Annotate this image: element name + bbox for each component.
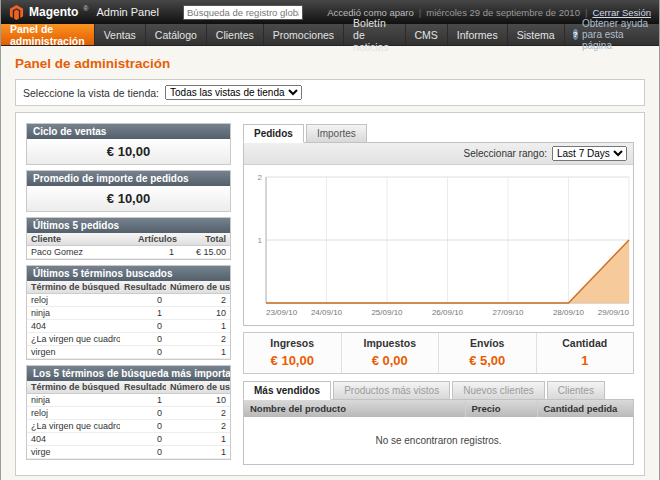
svg-text:27/09/10: 27/09/10 <box>492 308 524 317</box>
search-term-row[interactable]: ninja 1 10 <box>27 394 230 407</box>
help-icon: ? <box>573 29 578 40</box>
nav-catalogo[interactable]: Catálogo <box>146 24 207 45</box>
svg-text:29/09/10: 29/09/10 <box>598 308 630 317</box>
col-cliente: Cliente <box>27 233 134 246</box>
separator: | <box>419 7 421 18</box>
average-orders-box: Promedio de importe de pedidos € 10,00 <box>26 170 231 212</box>
help-link[interactable]: ? Obtener ayuda para esta página <box>565 24 659 45</box>
nav-informes[interactable]: Informes <box>448 24 508 45</box>
page-title: Panel de administración <box>15 56 645 71</box>
last-search-terms-table: Término de búsqueda Resultados Número de… <box>27 281 230 359</box>
current-date: miércoles 29 de septiembre de 2010 <box>426 7 580 18</box>
nav-boletin[interactable]: Boletín de noticias <box>344 24 405 45</box>
logo-subtitle: Admin Panel <box>97 6 159 18</box>
separator: | <box>585 7 587 18</box>
nav-ventas[interactable]: Ventas <box>95 24 146 45</box>
search-term-row[interactable]: 404 0 1 <box>27 320 230 333</box>
svg-text:28/09/10: 28/09/10 <box>553 308 585 317</box>
col-num-usos: Número de usos <box>166 281 230 294</box>
total-cantidad: Cantidad 1 <box>537 333 634 373</box>
col-cantidad-pedida: Cantidad pedida <box>537 400 633 417</box>
empty-row: No se encontraron registros. <box>244 417 633 464</box>
search-term-row[interactable]: reloj 0 2 <box>27 294 230 307</box>
svg-text:26/09/10: 26/09/10 <box>432 308 464 317</box>
last-orders-table: Cliente Artículos Total Paco Gomez 1 € 1… <box>27 233 230 259</box>
col-precio: Precio <box>465 400 537 417</box>
col-termino: Término de búsqueda <box>27 281 120 294</box>
chart-panel: Seleccionar rango: Last 7 Days 1223/09/1… <box>243 142 634 326</box>
dashboard-left-column: Ciclo de ventas € 10,00 Promedio de impo… <box>26 123 231 465</box>
average-orders-value: € 10,00 <box>27 186 230 211</box>
col-articulos: Artículos <box>134 233 178 246</box>
col-total: Total <box>178 233 230 246</box>
search-term-row[interactable]: 404 0 1 <box>27 433 230 446</box>
total-envios: Envíos € 5,00 <box>439 333 537 373</box>
logo-trademark: ® <box>83 5 88 12</box>
search-term-row[interactable]: virge 0 1 <box>27 446 230 459</box>
store-view-switcher: Seleccione la vista de tienda: Todas las… <box>15 79 645 106</box>
col-resultados: Resultados <box>120 381 166 394</box>
top-search-terms-title: Los 5 términos de búsqueda más important… <box>27 366 230 381</box>
order-row[interactable]: Paco Gomez 1 € 15.00 <box>27 246 230 259</box>
svg-text:23/09/10: 23/09/10 <box>266 308 298 317</box>
no-records-message: No se encontraron registros. <box>244 417 633 464</box>
svg-text:2: 2 <box>258 173 263 182</box>
range-select[interactable]: Last 7 Days <box>552 146 627 161</box>
logout-link[interactable]: Cerrar Sesión <box>592 7 651 18</box>
main-nav: Panel de administración Ventas Catálogo … <box>1 24 659 46</box>
tab-clientes[interactable]: Clientes <box>547 381 605 400</box>
col-nombre-producto: Nombre del producto <box>244 400 465 417</box>
nav-clientes[interactable]: Clientes <box>207 24 264 45</box>
nav-sistema[interactable]: Sistema <box>508 24 565 45</box>
average-orders-title: Promedio de importe de pedidos <box>27 171 230 186</box>
svg-text:24/09/10: 24/09/10 <box>311 308 343 317</box>
tab-nuevos-clientes[interactable]: Nuevos clientes <box>452 381 545 400</box>
dashboard-right-column: Pedidos Importes Seleccionar rango: Last… <box>243 123 634 465</box>
header: Magento ® Admin Panel Accedió como aparo… <box>1 0 659 24</box>
last-search-terms-box: Últimos 5 términos buscados Término de b… <box>26 265 231 360</box>
magento-logo-icon <box>9 5 24 20</box>
totals-bar: Ingresos € 10,00 Impuestos € 0,00 Envíos… <box>243 332 634 374</box>
total-ingresos: Ingresos € 10,00 <box>244 333 342 373</box>
global-search-input[interactable] <box>183 5 303 20</box>
store-view-select[interactable]: Todas las vistas de tienda <box>165 85 302 100</box>
tab-importes[interactable]: Importes <box>306 124 367 143</box>
range-label: Seleccionar rango: <box>464 148 547 159</box>
help-label: Obtener ayuda para esta página <box>582 18 651 51</box>
store-view-label: Seleccione la vista de tienda: <box>23 87 159 99</box>
svg-text:25/09/10: 25/09/10 <box>371 308 403 317</box>
magento-admin-app: Magento ® Admin Panel Accedió como aparo… <box>0 0 660 480</box>
search-term-row[interactable]: reloj 0 2 <box>27 407 230 420</box>
nav-cms[interactable]: CMS <box>406 24 448 45</box>
dashboard-panel: Ciclo de ventas € 10,00 Promedio de impo… <box>15 112 645 476</box>
tab-productos-mas-vistos[interactable]: Productos más vistos <box>333 381 450 400</box>
chart-tabs: Pedidos Importes <box>243 124 634 143</box>
last-orders-box: Últimos 5 pedidos Cliente Artículos Tota… <box>26 217 231 260</box>
last-orders-title: Últimos 5 pedidos <box>27 218 230 233</box>
lifetime-sales-value: € 10,00 <box>27 139 230 164</box>
search-term-row[interactable]: virgen 0 1 <box>27 346 230 359</box>
svg-text:1: 1 <box>258 236 263 245</box>
search-term-row[interactable]: ¿La virgen que cuadro! 0 2 <box>27 333 230 346</box>
col-resultados: Resultados <box>120 281 166 294</box>
lifetime-sales-title: Ciclo de ventas <box>27 124 230 139</box>
nav-dashboard[interactable]: Panel de administración <box>1 24 95 45</box>
tab-pedidos[interactable]: Pedidos <box>243 124 304 143</box>
orders-chart: 1223/09/1024/09/1025/09/1026/09/1027/09/… <box>244 165 633 325</box>
total-impuestos: Impuestos € 0,00 <box>342 333 440 373</box>
top-search-terms-box: Los 5 términos de búsqueda más important… <box>26 365 231 460</box>
magento-logo: Magento ® Admin Panel <box>9 5 159 20</box>
page-content: Panel de administración Seleccione la vi… <box>1 46 659 476</box>
nav-promociones[interactable]: Promociones <box>264 24 344 45</box>
last-search-terms-title: Últimos 5 términos buscados <box>27 266 230 281</box>
col-termino: Término de búsqueda <box>27 381 120 394</box>
tab-mas-vendidos[interactable]: Más vendidos <box>243 381 331 400</box>
col-num-usos: Número de usos <box>166 381 230 394</box>
search-term-row[interactable]: ninja 1 10 <box>27 307 230 320</box>
logo-text: Magento <box>29 5 78 19</box>
search-term-row[interactable]: ¿La virgen que cuadro! 0 2 <box>27 420 230 433</box>
chart-toolbar: Seleccionar rango: Last 7 Days <box>244 143 633 165</box>
bestsellers-grid: Nombre del producto Precio Cantidad pedi… <box>243 399 634 465</box>
top-search-terms-table: Término de búsqueda Resultados Número de… <box>27 381 230 459</box>
lifetime-sales-box: Ciclo de ventas € 10,00 <box>26 123 231 165</box>
